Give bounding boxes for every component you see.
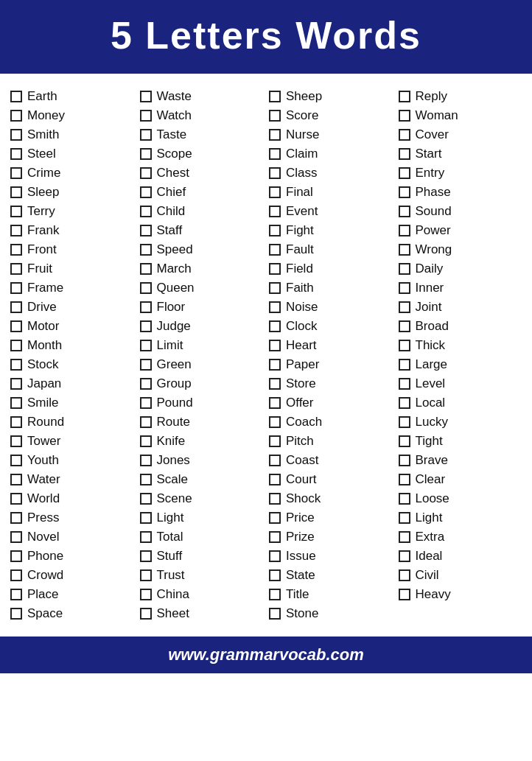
- list-item[interactable]: Money: [10, 106, 134, 125]
- list-item[interactable]: Chief: [140, 183, 264, 202]
- checkbox-icon[interactable]: [269, 569, 281, 581]
- list-item[interactable]: Event: [269, 202, 393, 221]
- list-item[interactable]: Taste: [140, 125, 264, 144]
- checkbox-icon[interactable]: [140, 493, 152, 505]
- checkbox-icon[interactable]: [140, 550, 152, 562]
- checkbox-icon[interactable]: [399, 225, 410, 236]
- checkbox-icon[interactable]: [140, 206, 152, 217]
- list-item[interactable]: Light: [399, 508, 522, 527]
- list-item[interactable]: Joint: [399, 298, 522, 317]
- checkbox-icon[interactable]: [140, 435, 152, 447]
- checkbox-icon[interactable]: [10, 569, 22, 581]
- list-item[interactable]: Fight: [269, 221, 393, 240]
- list-item[interactable]: Light: [140, 508, 264, 527]
- checkbox-icon[interactable]: [140, 416, 152, 428]
- checkbox-icon[interactable]: [269, 608, 281, 620]
- list-item[interactable]: Title: [269, 585, 393, 604]
- checkbox-icon[interactable]: [399, 397, 410, 409]
- checkbox-icon[interactable]: [140, 608, 152, 620]
- checkbox-icon[interactable]: [10, 91, 22, 102]
- list-item[interactable]: Water: [10, 470, 134, 489]
- list-item[interactable]: China: [140, 585, 264, 604]
- checkbox-icon[interactable]: [140, 244, 152, 256]
- list-item[interactable]: Knife: [140, 432, 264, 451]
- list-item[interactable]: Novel: [10, 527, 134, 547]
- list-item[interactable]: Smile: [10, 393, 134, 413]
- list-item[interactable]: Inner: [399, 278, 522, 298]
- checkbox-icon[interactable]: [269, 282, 281, 294]
- list-item[interactable]: Thick: [399, 336, 522, 355]
- checkbox-icon[interactable]: [269, 167, 281, 179]
- list-item[interactable]: Heavy: [399, 585, 522, 604]
- list-item[interactable]: Field: [269, 259, 393, 278]
- list-item[interactable]: Steel: [10, 144, 134, 164]
- list-item[interactable]: Stone: [269, 604, 393, 623]
- list-item[interactable]: Crime: [10, 164, 134, 183]
- checkbox-icon[interactable]: [140, 512, 152, 524]
- checkbox-icon[interactable]: [399, 589, 410, 600]
- list-item[interactable]: Drive: [10, 298, 134, 317]
- list-item[interactable]: Scale: [140, 470, 264, 489]
- list-item[interactable]: Group: [140, 374, 264, 393]
- list-item[interactable]: Month: [10, 336, 134, 355]
- list-item[interactable]: Broad: [399, 317, 522, 336]
- list-item[interactable]: Fault: [269, 240, 393, 259]
- list-item[interactable]: Limit: [140, 336, 264, 355]
- checkbox-icon[interactable]: [269, 186, 281, 198]
- list-item[interactable]: Sound: [399, 202, 522, 221]
- list-item[interactable]: Shock: [269, 489, 393, 508]
- list-item[interactable]: Child: [140, 202, 264, 221]
- list-item[interactable]: State: [269, 566, 393, 585]
- checkbox-icon[interactable]: [399, 148, 410, 160]
- checkbox-icon[interactable]: [399, 244, 410, 256]
- list-item[interactable]: Claim: [269, 144, 393, 164]
- checkbox-icon[interactable]: [399, 301, 410, 313]
- checkbox-icon[interactable]: [10, 531, 22, 543]
- checkbox-icon[interactable]: [140, 110, 152, 122]
- checkbox-icon[interactable]: [140, 263, 152, 275]
- list-item[interactable]: Smith: [10, 125, 134, 144]
- checkbox-icon[interactable]: [140, 531, 152, 543]
- checkbox-icon[interactable]: [140, 301, 152, 313]
- checkbox-icon[interactable]: [140, 186, 152, 198]
- checkbox-icon[interactable]: [399, 320, 410, 332]
- checkbox-icon[interactable]: [140, 148, 152, 160]
- checkbox-icon[interactable]: [10, 301, 22, 313]
- list-item[interactable]: Press: [10, 508, 134, 527]
- list-item[interactable]: Reply: [399, 87, 522, 106]
- list-item[interactable]: Paper: [269, 355, 393, 374]
- list-item[interactable]: Green: [140, 355, 264, 374]
- list-item[interactable]: Front: [10, 240, 134, 259]
- list-item[interactable]: Sleep: [10, 183, 134, 202]
- list-item[interactable]: Coach: [269, 413, 393, 432]
- checkbox-icon[interactable]: [140, 340, 152, 351]
- checkbox-icon[interactable]: [269, 320, 281, 332]
- list-item[interactable]: Speed: [140, 240, 264, 259]
- checkbox-icon[interactable]: [269, 129, 281, 141]
- checkbox-icon[interactable]: [269, 340, 281, 351]
- checkbox-icon[interactable]: [10, 474, 22, 485]
- list-item[interactable]: Wrong: [399, 240, 522, 259]
- checkbox-icon[interactable]: [269, 91, 281, 102]
- checkbox-icon[interactable]: [10, 148, 22, 160]
- checkbox-icon[interactable]: [10, 416, 22, 428]
- list-item[interactable]: Sheep: [269, 87, 393, 106]
- list-item[interactable]: Terry: [10, 202, 134, 221]
- checkbox-icon[interactable]: [399, 186, 410, 198]
- checkbox-icon[interactable]: [140, 378, 152, 390]
- list-item[interactable]: Route: [140, 413, 264, 432]
- list-item[interactable]: Jones: [140, 451, 264, 470]
- list-item[interactable]: Round: [10, 413, 134, 432]
- checkbox-icon[interactable]: [269, 244, 281, 256]
- list-item[interactable]: Watch: [140, 106, 264, 125]
- checkbox-icon[interactable]: [10, 435, 22, 447]
- list-item[interactable]: Score: [269, 106, 393, 125]
- checkbox-icon[interactable]: [399, 110, 410, 122]
- checkbox-icon[interactable]: [10, 167, 22, 179]
- list-item[interactable]: Stock: [10, 355, 134, 374]
- list-item[interactable]: Noise: [269, 298, 393, 317]
- list-item[interactable]: Fruit: [10, 259, 134, 278]
- list-item[interactable]: Extra: [399, 527, 522, 547]
- list-item[interactable]: Earth: [10, 87, 134, 106]
- checkbox-icon[interactable]: [140, 91, 152, 102]
